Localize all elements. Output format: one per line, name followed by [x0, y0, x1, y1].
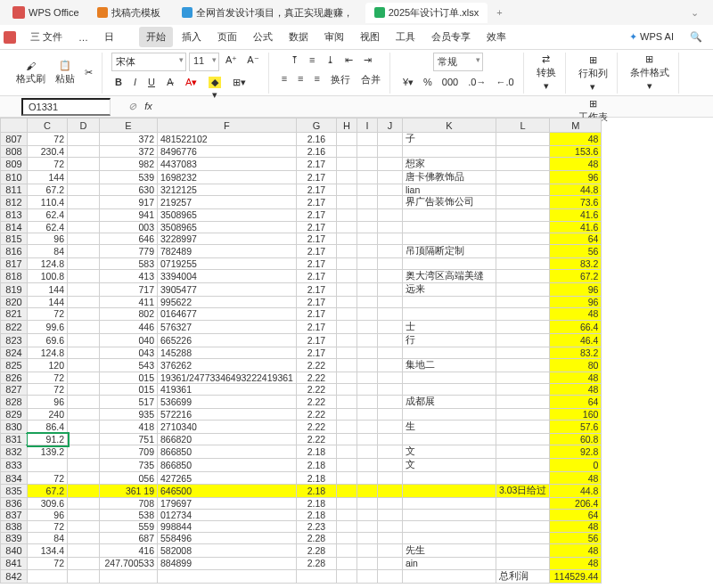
- cell[interactable]: 48: [550, 372, 602, 383]
- cell[interactable]: [402, 509, 496, 520]
- file-menu[interactable]: 三 文件: [23, 27, 70, 47]
- cell[interactable]: 67.2: [28, 484, 68, 497]
- cell[interactable]: 2.22: [296, 372, 336, 383]
- font-family-select[interactable]: 宋体: [111, 53, 186, 71]
- cell[interactable]: [336, 158, 356, 171]
- cell[interactable]: [377, 409, 402, 421]
- row-header[interactable]: 807: [1, 133, 28, 146]
- paste-button[interactable]: 📋粘贴: [52, 58, 78, 87]
- cell[interactable]: [496, 347, 549, 358]
- cell[interactable]: [377, 320, 402, 333]
- cell[interactable]: [336, 509, 356, 520]
- cell[interactable]: 536699: [158, 396, 297, 409]
- cell[interactable]: 646500: [158, 484, 297, 497]
- cell[interactable]: 2.18: [296, 497, 336, 509]
- row-header[interactable]: 839: [1, 533, 28, 544]
- ribbon-view[interactable]: 视图: [353, 27, 387, 47]
- cell[interactable]: [336, 409, 356, 421]
- cell[interactable]: [336, 533, 356, 544]
- cell[interactable]: [377, 221, 402, 233]
- cell[interactable]: 145288: [158, 347, 297, 358]
- cell[interactable]: 2.17: [296, 333, 336, 347]
- cell[interactable]: [68, 244, 100, 257]
- row-header[interactable]: 813: [1, 209, 28, 221]
- cell[interactable]: [68, 396, 100, 409]
- cell[interactable]: 3905477: [158, 283, 297, 297]
- cell[interactable]: [336, 270, 356, 283]
- cell[interactable]: [356, 358, 377, 372]
- cell[interactable]: 372: [100, 133, 158, 146]
- cell[interactable]: [496, 459, 549, 472]
- cell[interactable]: [356, 421, 377, 434]
- cell[interactable]: [356, 533, 377, 544]
- cell[interactable]: 538: [100, 509, 158, 520]
- cell[interactable]: 782489: [158, 244, 297, 257]
- row-header[interactable]: 816: [1, 244, 28, 257]
- col-header[interactable]: C: [28, 118, 68, 133]
- cell[interactable]: 2.22: [296, 434, 336, 445]
- cell[interactable]: [377, 445, 402, 459]
- cell[interactable]: [496, 270, 549, 283]
- cell[interactable]: [68, 358, 100, 372]
- cell[interactable]: 935: [100, 409, 158, 421]
- cell[interactable]: [496, 472, 549, 484]
- cell[interactable]: [377, 558, 402, 569]
- cell[interactable]: [496, 308, 549, 320]
- cell[interactable]: 48: [550, 558, 602, 569]
- col-header[interactable]: M: [550, 118, 602, 133]
- cell[interactable]: 2.18: [296, 509, 336, 520]
- cell[interactable]: [356, 308, 377, 320]
- cell[interactable]: 86.4: [28, 421, 68, 434]
- cell[interactable]: [377, 233, 402, 244]
- cell[interactable]: [377, 533, 402, 544]
- cell[interactable]: [377, 459, 402, 472]
- cell[interactable]: [356, 283, 377, 297]
- decrease-font-button[interactable]: A⁻: [243, 53, 262, 71]
- cell[interactable]: [377, 421, 402, 434]
- cell[interactable]: [496, 509, 549, 520]
- cell[interactable]: 2.17: [296, 347, 336, 358]
- cell[interactable]: [356, 459, 377, 472]
- cell[interactable]: [356, 196, 377, 209]
- cell[interactable]: [377, 434, 402, 445]
- cell[interactable]: 3508965: [158, 221, 297, 233]
- cell[interactable]: [356, 544, 377, 558]
- cell[interactable]: [496, 133, 549, 146]
- cell[interactable]: [68, 257, 100, 269]
- cell[interactable]: [356, 497, 377, 509]
- cell[interactable]: 866850: [158, 459, 297, 472]
- cell[interactable]: 2.18: [296, 472, 336, 484]
- cell[interactable]: 96: [28, 233, 68, 244]
- cell[interactable]: 界广告装饰公司: [402, 196, 496, 209]
- ribbon-formula[interactable]: 公式: [246, 27, 280, 47]
- row-header[interactable]: 838: [1, 521, 28, 533]
- cell[interactable]: 124.8: [28, 257, 68, 269]
- align-bot-button[interactable]: ⤓: [323, 53, 338, 68]
- cell[interactable]: [296, 569, 336, 583]
- align-top-button[interactable]: ⤒: [287, 53, 302, 68]
- cell[interactable]: 文: [402, 445, 496, 459]
- cell[interactable]: [336, 372, 356, 383]
- cell[interactable]: 44.8: [550, 484, 602, 497]
- cell[interactable]: [496, 196, 549, 209]
- cell[interactable]: 73.6: [550, 196, 602, 209]
- cell[interactable]: [377, 383, 402, 395]
- cell[interactable]: 134.4: [28, 544, 68, 558]
- row-header[interactable]: 833: [1, 459, 28, 472]
- dec-inc-button[interactable]: .0→: [464, 75, 489, 90]
- cell[interactable]: 2.17: [296, 158, 336, 171]
- merge-button[interactable]: 合并: [357, 71, 384, 88]
- cell[interactable]: 2.17: [296, 184, 336, 196]
- cell[interactable]: [377, 270, 402, 283]
- cell[interactable]: [356, 509, 377, 520]
- cell[interactable]: 2.17: [296, 221, 336, 233]
- cell[interactable]: [68, 184, 100, 196]
- row-header[interactable]: 831: [1, 434, 28, 445]
- cell[interactable]: 418: [100, 421, 158, 434]
- cell[interactable]: [377, 196, 402, 209]
- cell[interactable]: 100.8: [28, 270, 68, 283]
- cell[interactable]: 866850: [158, 445, 297, 459]
- cell[interactable]: [377, 297, 402, 308]
- cell[interactable]: 远来: [402, 283, 496, 297]
- percent-button[interactable]: %: [420, 75, 436, 90]
